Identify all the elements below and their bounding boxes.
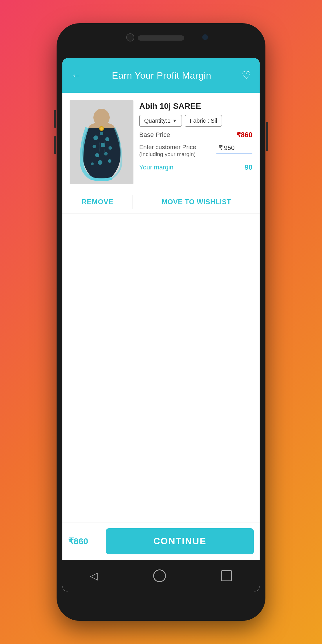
continue-button[interactable]: CONTINUE bbox=[106, 528, 254, 554]
customer-price-row: Enter customer Price (Including your mar… bbox=[139, 143, 252, 158]
svg-point-7 bbox=[93, 145, 96, 148]
product-image bbox=[70, 100, 133, 184]
speaker-grille bbox=[138, 35, 184, 41]
total-price: ₹860 bbox=[68, 536, 100, 546]
customer-price-header: Enter customer Price (Including your mar… bbox=[139, 143, 252, 158]
action-row: REMOVE MOVE TO WISHLIST bbox=[62, 190, 260, 214]
base-price-row: Base Price ₹860 bbox=[139, 131, 252, 139]
app-header: ← Earn Your Profit Margin ♡ bbox=[62, 58, 260, 93]
back-button[interactable]: ← bbox=[71, 69, 82, 82]
customer-price-input-container: ₹ bbox=[216, 143, 252, 153]
margin-label: Your margin bbox=[139, 164, 173, 171]
vol-down-button bbox=[54, 136, 56, 154]
product-card: Abih 10j SAREE Quantity:1 ▼ Fabric : Sil… bbox=[62, 93, 260, 190]
svg-point-14 bbox=[108, 159, 111, 163]
front-camera bbox=[126, 33, 134, 41]
product-name: Abih 10j SAREE bbox=[139, 102, 252, 111]
customer-price-sublabel: (Including your margin) bbox=[139, 151, 196, 158]
svg-point-16 bbox=[100, 127, 103, 130]
remove-button[interactable]: REMOVE bbox=[62, 190, 133, 213]
quantity-selector[interactable]: Quantity:1 ▼ bbox=[139, 115, 182, 127]
empty-content-area bbox=[62, 214, 260, 522]
svg-point-10 bbox=[95, 153, 99, 157]
heart-icon[interactable]: ♡ bbox=[242, 69, 251, 82]
nav-home-icon[interactable] bbox=[153, 569, 166, 582]
move-to-wishlist-button[interactable]: MOVE TO WISHLIST bbox=[133, 190, 260, 213]
page-title: Earn Your Profit Margin bbox=[112, 70, 211, 81]
svg-point-5 bbox=[100, 132, 103, 135]
margin-value: 90 bbox=[245, 163, 252, 171]
product-selectors: Quantity:1 ▼ Fabric : Sil bbox=[139, 115, 252, 127]
svg-point-9 bbox=[108, 146, 112, 150]
bottom-bar: ₹860 CONTINUE bbox=[62, 522, 260, 560]
power-button bbox=[266, 122, 268, 151]
phone-screen: ← Earn Your Profit Margin ♡ bbox=[62, 58, 260, 592]
content-area: Abih 10j SAREE Quantity:1 ▼ Fabric : Sil… bbox=[62, 93, 260, 560]
status-bar bbox=[57, 23, 265, 58]
base-price-label: Base Price bbox=[139, 131, 170, 139]
svg-point-13 bbox=[91, 162, 94, 165]
dropdown-arrow-icon: ▼ bbox=[172, 118, 177, 124]
svg-point-6 bbox=[105, 137, 109, 141]
svg-point-11 bbox=[104, 152, 108, 155]
product-details: Abih 10j SAREE Quantity:1 ▼ Fabric : Sil… bbox=[139, 100, 252, 184]
fabric-selector[interactable]: Fabric : Sil bbox=[185, 115, 222, 127]
base-price-value: ₹860 bbox=[236, 131, 252, 139]
margin-row: Your margin 90 bbox=[139, 163, 252, 171]
rupee-symbol: ₹ bbox=[219, 144, 223, 152]
bottom-navigation: ◁ bbox=[62, 560, 260, 592]
phone-device: ← Earn Your Profit Margin ♡ bbox=[57, 23, 265, 621]
svg-point-12 bbox=[98, 160, 102, 165]
vol-up-button bbox=[54, 110, 56, 128]
nav-back-icon[interactable]: ◁ bbox=[90, 570, 98, 582]
svg-point-4 bbox=[93, 135, 98, 140]
sensor bbox=[202, 34, 208, 40]
customer-price-label: Enter customer Price bbox=[139, 143, 196, 151]
customer-price-input[interactable] bbox=[224, 144, 250, 152]
nav-recents-icon[interactable] bbox=[221, 570, 232, 581]
